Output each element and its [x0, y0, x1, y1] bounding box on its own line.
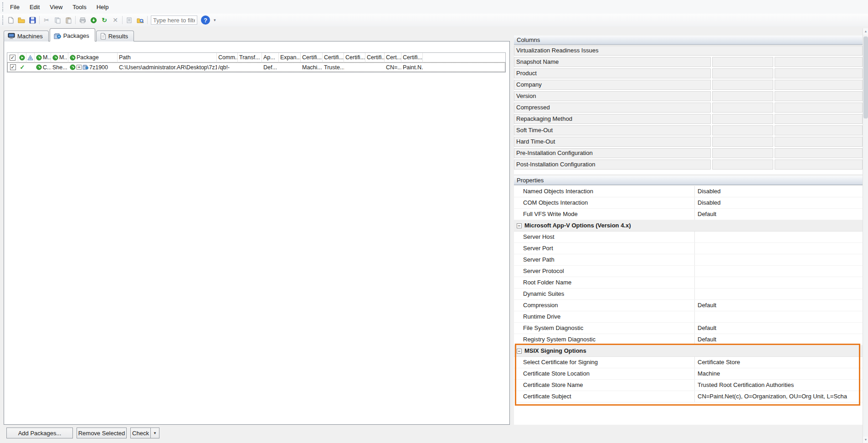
scroll-down-icon[interactable]: ▼ [863, 437, 868, 443]
property-value[interactable]: Machine [694, 368, 863, 379]
check-dropdown-button[interactable]: ▼ [150, 428, 159, 438]
columns-row-empty-cell[interactable] [712, 57, 773, 67]
property-row[interactable]: File System DiagnosticDefault [514, 323, 863, 334]
columns-row-empty-cell[interactable] [712, 114, 773, 124]
properties-section-header[interactable]: Properties [514, 176, 863, 185]
menu-help[interactable]: Help [92, 2, 114, 12]
tab-machines[interactable]: Machines [4, 31, 49, 41]
check-button[interactable]: Check [130, 428, 150, 438]
columns-row-empty-cell[interactable] [712, 103, 773, 113]
property-row[interactable]: Select Certificate for SigningCertificat… [514, 357, 863, 368]
property-row[interactable]: Server Port [514, 243, 863, 254]
columns-row[interactable]: Virtualization Readiness Issues [514, 46, 863, 56]
add-packages-button[interactable]: Add Packages... [6, 428, 73, 438]
property-value[interactable] [694, 266, 863, 277]
property-row[interactable]: Server Protocol [514, 266, 863, 277]
toolbar-grip[interactable] [2, 15, 5, 25]
columns-row-empty-cell[interactable] [712, 68, 773, 78]
delete-button[interactable]: ✕ [110, 15, 120, 25]
columns-row-empty-cell[interactable] [712, 91, 773, 101]
collapse-icon[interactable]: − [517, 349, 522, 354]
column-header-cert3[interactable]: Certifi... [344, 53, 365, 62]
menu-view[interactable]: View [45, 2, 67, 12]
package-row[interactable]: ✓ ✓ C... She... + 7z1900 C:\Users\admini… [7, 62, 505, 72]
property-value[interactable]: Disabled [694, 186, 863, 197]
column-header-package[interactable]: Package [68, 53, 118, 62]
tab-results[interactable]: Results [96, 31, 134, 41]
toolbar-overflow-button[interactable]: ▾ [213, 17, 217, 23]
columns-row-empty-cell[interactable] [712, 125, 773, 135]
columns-row-empty-cell[interactable] [775, 57, 863, 67]
print-button[interactable] [77, 15, 87, 25]
paste-button[interactable] [63, 15, 73, 25]
columns-section-header[interactable]: Columns [514, 36, 863, 45]
columns-row[interactable]: Pre-Installation Configuration [514, 148, 863, 158]
property-value[interactable]: Certificate Store [694, 357, 863, 368]
columns-row-empty-cell[interactable] [775, 125, 863, 135]
column-header-m1[interactable]: M.. [35, 53, 51, 62]
refresh-button[interactable]: ↻ [99, 15, 109, 25]
columns-row[interactable]: Snapshot Name [514, 57, 863, 67]
columns-row-empty-cell[interactable] [712, 148, 773, 158]
columns-row-empty-cell[interactable] [775, 137, 863, 147]
copy-button[interactable] [52, 15, 62, 25]
transform-column-header[interactable]: A [26, 53, 35, 62]
property-row[interactable]: Full VFS Write ModeDefault [514, 209, 863, 220]
row-expand-icon[interactable]: + [77, 65, 82, 70]
columns-row[interactable]: Compressed [514, 103, 863, 113]
help-button[interactable]: ? [201, 15, 210, 25]
columns-row-empty-cell[interactable] [775, 80, 863, 90]
column-header-cert2[interactable]: Certifi... [323, 53, 344, 62]
columns-row-empty-cell[interactable] [775, 160, 863, 170]
columns-row-empty-cell[interactable] [775, 68, 863, 78]
column-header-command[interactable]: Comm... [217, 53, 238, 62]
column-header-ap[interactable]: Ap... [262, 53, 279, 62]
columns-row[interactable]: Hard Time-Out [514, 137, 863, 147]
install-button[interactable] [88, 15, 98, 25]
property-row[interactable]: CompressionDefault [514, 300, 863, 311]
property-row[interactable]: Certificate Store NameTrusted Root Certi… [514, 380, 863, 391]
column-header-cert6[interactable]: Certifi... [401, 53, 423, 62]
property-row[interactable]: Runtime Drive [514, 311, 863, 323]
right-panel-scrollbar[interactable]: ▲ ▼ [863, 28, 868, 443]
property-value[interactable] [694, 277, 863, 288]
filter-input[interactable] [151, 15, 197, 25]
columns-row[interactable]: Product [514, 68, 863, 78]
column-header-path[interactable]: Path [118, 53, 217, 62]
columns-row[interactable]: Version [514, 91, 863, 101]
status-column-header[interactable] [18, 53, 26, 62]
property-value[interactable]: Trusted Root Certification Authorities [694, 380, 863, 391]
menu-file[interactable]: File [5, 2, 25, 12]
property-value[interactable]: Disabled [694, 197, 863, 208]
property-value[interactable] [694, 232, 863, 242]
scrollbar-thumb[interactable] [863, 36, 868, 118]
column-header-cert5[interactable]: Cert... [385, 53, 401, 62]
columns-row-empty-cell[interactable] [775, 91, 863, 101]
property-row[interactable]: Server Path [514, 254, 863, 266]
row-select-checkbox[interactable]: ✓ [10, 64, 16, 70]
property-value[interactable] [694, 254, 863, 265]
new-document-button[interactable] [5, 15, 15, 25]
columns-row[interactable]: Repackaging Method [514, 114, 863, 124]
columns-row-empty-cell[interactable] [775, 103, 863, 113]
property-row[interactable]: Dynamic Suites [514, 288, 863, 300]
property-value[interactable] [694, 311, 863, 322]
property-value[interactable] [694, 288, 863, 299]
columns-row-empty-cell[interactable] [712, 80, 773, 90]
columns-row-empty-cell[interactable] [712, 160, 773, 170]
property-value[interactable] [694, 243, 863, 254]
property-value[interactable]: Default [694, 300, 863, 311]
open-button[interactable] [16, 15, 26, 25]
property-section-row[interactable]: −MSIX Signing Options [514, 345, 863, 357]
column-header-m2[interactable]: M.. [51, 53, 68, 62]
save-button[interactable] [27, 15, 37, 25]
columns-row-empty-cell[interactable] [775, 148, 863, 158]
property-row[interactable]: Root Folder Name [514, 277, 863, 288]
search-packages-button[interactable] [135, 15, 145, 25]
columns-row[interactable]: Soft Time-Out [514, 125, 863, 135]
select-all-checkbox[interactable]: ✓ [10, 55, 15, 61]
column-header-cert4[interactable]: Certifi... [365, 53, 385, 62]
column-header-expand[interactable]: Expan... [279, 53, 301, 62]
property-row[interactable]: Named Objects InteractionDisabled [514, 186, 863, 197]
column-header-transform[interactable]: Transf... [238, 53, 262, 62]
